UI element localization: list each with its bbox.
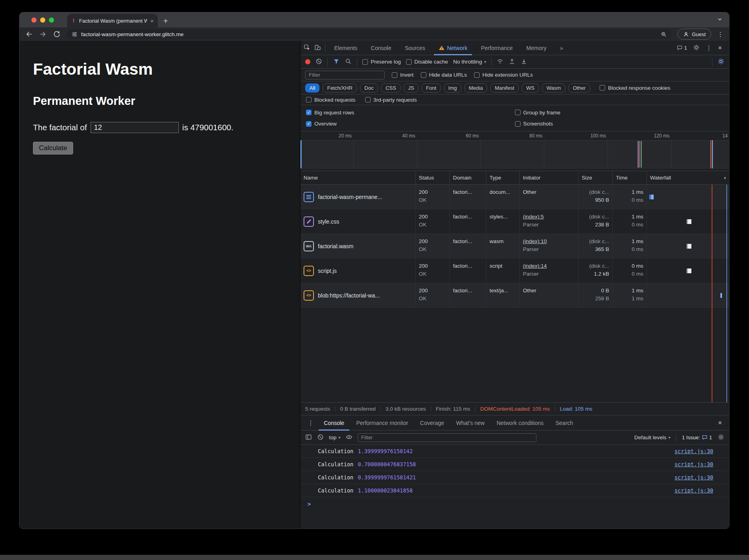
record-network-log-button[interactable] <box>305 59 310 64</box>
console-source-link[interactable]: script.js:30 <box>674 461 713 467</box>
clear-console-button[interactable] <box>317 434 324 442</box>
export-har-button[interactable] <box>521 58 527 66</box>
big-request-rows-checkbox[interactable]: Big request rows <box>306 110 515 116</box>
drawer-tab-console[interactable]: Console <box>319 415 349 431</box>
inspect-element-icon[interactable] <box>304 44 310 52</box>
network-request-row[interactable]: script.js 200OK factori... script (index… <box>300 259 729 283</box>
console-source-link[interactable]: script.js:30 <box>674 474 713 481</box>
tab-close-icon[interactable] <box>150 18 154 24</box>
more-tabs-button[interactable] <box>555 41 568 55</box>
filter-chip-img[interactable]: Img <box>444 83 461 93</box>
devtools-menu-button[interactable] <box>706 44 712 52</box>
group-by-frame-checkbox[interactable]: Group by frame <box>515 110 724 116</box>
column-header-time[interactable]: Time <box>613 171 647 184</box>
live-expression-button[interactable] <box>346 434 352 442</box>
network-overview-timeline[interactable]: 20 ms 40 ms 60 ms 80 ms 100 ms 120 ms 14 <box>300 131 729 171</box>
drawer-tab-whats-new[interactable]: What's new <box>451 415 490 431</box>
drawer-menu-button[interactable] <box>304 419 317 427</box>
third-party-requests-checkbox[interactable]: 3rd-party requests <box>365 97 417 103</box>
console-prompt[interactable] <box>300 497 729 529</box>
tab-console[interactable]: Console <box>366 41 396 55</box>
filter-chip-css[interactable]: CSS <box>381 83 401 93</box>
filter-chip-doc[interactable]: Doc <box>360 83 378 93</box>
site-settings-icon[interactable] <box>72 31 77 37</box>
console-message[interactable]: Calculation 1.399999976158142 script.js:… <box>300 445 729 458</box>
search-network-button[interactable] <box>345 58 352 66</box>
network-request-row[interactable]: factorial.wasm 200OK factori... wasm (in… <box>300 234 729 259</box>
console-filter-input[interactable] <box>358 433 536 442</box>
issues-counter[interactable]: 1 Issue: 1 <box>682 434 712 440</box>
console-settings-button[interactable] <box>718 434 724 442</box>
device-toolbar-icon[interactable] <box>314 44 321 52</box>
network-request-row[interactable]: blob:https://factorial-wa... 200OK facto… <box>300 283 729 308</box>
import-har-button[interactable] <box>509 58 515 66</box>
drawer-tab-network-conditions[interactable]: Network conditions <box>492 415 549 431</box>
devtools-close-button[interactable] <box>718 44 722 52</box>
drawer-tab-coverage[interactable]: Coverage <box>415 415 449 431</box>
filter-chip-manifest[interactable]: Manifest <box>490 83 519 93</box>
reload-button[interactable] <box>53 30 61 38</box>
profile-button[interactable]: Guest <box>677 29 711 40</box>
drawer-close-button[interactable] <box>718 419 725 427</box>
log-levels-dropdown[interactable]: Default levels <box>634 434 670 440</box>
tab-memory[interactable]: Memory <box>522 41 552 55</box>
column-header-domain[interactable]: Domain <box>450 171 486 184</box>
minimize-window-button[interactable] <box>40 17 45 23</box>
issues-button[interactable]: 1 <box>677 45 687 51</box>
filter-toggle-button[interactable] <box>333 58 340 66</box>
overview-checkbox[interactable]: Overview <box>306 121 515 127</box>
close-window-button[interactable] <box>31 17 37 23</box>
column-header-name[interactable]: Name <box>300 171 416 184</box>
preserve-log-checkbox[interactable]: Preserve log <box>362 59 401 65</box>
console-message[interactable]: Calculation 0.7000000476837158 script.js… <box>300 458 729 471</box>
filter-ch-js[interactable]: JS <box>404 83 418 93</box>
invert-checkbox[interactable]: Invert <box>392 72 414 78</box>
browser-menu-button[interactable] <box>717 31 724 38</box>
filter-chip-font[interactable]: Font <box>422 83 441 93</box>
filter-chip-ws[interactable]: WS <box>522 83 539 93</box>
column-header-initiator[interactable]: Initiator <box>520 171 579 184</box>
address-bar[interactable]: factorial-wasm-permanent-worker.glitch.m… <box>67 29 672 39</box>
devtools-settings-button[interactable] <box>693 44 700 52</box>
url-text[interactable]: factorial-wasm-permanent-worker.glitch.m… <box>81 31 184 37</box>
filter-chip-other[interactable]: Other <box>569 83 590 93</box>
hide-extension-urls-checkbox[interactable]: Hide extension URLs <box>474 72 533 78</box>
column-header-waterfall[interactable]: Waterfall <box>647 171 729 184</box>
forward-button[interactable] <box>39 30 47 38</box>
new-tab-button[interactable] <box>163 17 168 25</box>
initiator-link[interactable]: (index):14 <box>523 262 575 270</box>
filter-chip-media[interactable]: Media <box>464 83 487 93</box>
column-header-status[interactable]: Status <box>416 171 450 184</box>
drawer-tab-performance-monitor[interactable]: Performance monitor <box>351 415 413 431</box>
tab-network[interactable]: Network <box>434 41 472 55</box>
throttling-select[interactable]: No throttling <box>453 59 486 65</box>
console-message[interactable]: Calculation 1.100000023841858 script.js:… <box>300 484 729 497</box>
initiator-link[interactable]: (index):10 <box>523 238 575 245</box>
clear-network-log-button[interactable] <box>315 58 322 66</box>
tab-elements[interactable]: Elements <box>329 41 362 55</box>
screenshots-checkbox[interactable]: Screenshots <box>515 121 724 127</box>
console-message[interactable]: Calculation 0.3999999761581421 script.js… <box>300 471 729 484</box>
browser-tab[interactable]: Factorial Wasm (permanent W <box>67 14 158 27</box>
hide-data-urls-checkbox[interactable]: Hide data URLs <box>421 72 467 78</box>
column-header-size[interactable]: Size <box>579 171 613 184</box>
tab-sources[interactable]: Sources <box>400 41 430 55</box>
factorial-input[interactable] <box>91 122 179 133</box>
filter-chip-fetch-xhr[interactable]: Fetch/XHR <box>323 83 357 93</box>
network-request-row[interactable]: style.css 200OK factori... styles... (in… <box>300 209 729 234</box>
tab-search-button[interactable] <box>717 16 723 24</box>
overview-left-handle[interactable] <box>300 140 302 168</box>
blocked-requests-checkbox[interactable]: Blocked requests <box>306 97 356 103</box>
filter-chip-wasm[interactable]: Wasm <box>542 83 565 93</box>
network-settings-button[interactable] <box>718 58 724 66</box>
console-source-link[interactable]: script.js:30 <box>674 448 713 454</box>
network-conditions-button[interactable] <box>497 58 503 66</box>
maximize-window-button[interactable] <box>49 17 54 23</box>
drawer-tab-search[interactable]: Search <box>550 415 578 431</box>
network-filter-input[interactable] <box>305 71 385 79</box>
calculate-button[interactable]: Calculate <box>33 142 73 154</box>
column-header-type[interactable]: Type <box>486 171 520 184</box>
console-context-selector[interactable]: top <box>329 434 341 440</box>
network-request-row[interactable]: factorial-wasm-permane... 200OK factori.… <box>300 185 729 209</box>
console-source-link[interactable]: script.js:30 <box>674 487 713 494</box>
